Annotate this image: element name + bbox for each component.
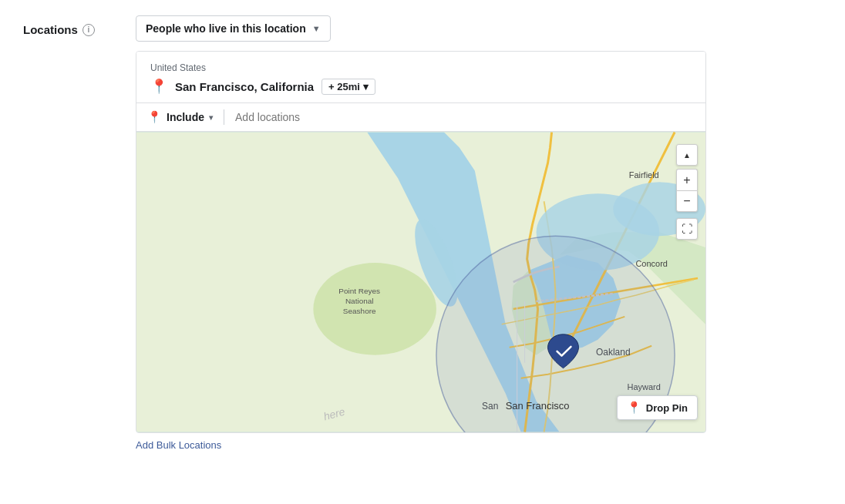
drop-pin-label: Drop Pin <box>646 402 688 414</box>
country-label: United States <box>150 62 692 73</box>
zoom-in-button[interactable]: + <box>676 169 698 190</box>
map-container: United States 📍 San Francisco, Californi… <box>136 51 706 433</box>
add-locations-input[interactable] <box>235 111 695 123</box>
drop-pin-button[interactable]: 📍 Drop Pin <box>617 395 698 420</box>
zoom-up-button[interactable]: ▲ <box>676 144 698 166</box>
radius-button[interactable]: + 25mi ▾ <box>322 79 375 95</box>
add-bulk-locations-link[interactable]: Add Bulk Locations <box>136 439 822 451</box>
locations-row: Locations i People who live in this loca… <box>23 15 822 42</box>
include-bar: 📍 Include ▾ <box>136 103 705 132</box>
drop-pin-icon: 📍 <box>627 401 641 415</box>
map-area[interactable]: Point Reyes National Seashore Concord Oa… <box>136 132 705 432</box>
radius-arrow-icon: ▾ <box>363 81 369 92</box>
zoom-out-button[interactable]: − <box>676 190 698 212</box>
location-info-panel: United States 📍 San Francisco, Californi… <box>136 52 705 103</box>
vertical-divider <box>224 109 224 125</box>
svg-text:National: National <box>345 297 374 305</box>
include-pin-icon: 📍 <box>147 110 162 124</box>
include-button[interactable]: 📍 Include ▾ <box>147 110 213 124</box>
location-pin-icon: 📍 <box>150 78 167 95</box>
svg-text:Fairfield: Fairfield <box>629 170 659 180</box>
svg-text:Point Reyes: Point Reyes <box>338 287 380 295</box>
dropdown-arrow-icon: ▼ <box>312 24 321 33</box>
svg-text:Concord: Concord <box>635 259 667 268</box>
info-icon[interactable]: i <box>82 24 95 36</box>
locations-label-group: Locations i <box>23 15 123 36</box>
svg-text:San Francisco: San Francisco <box>506 400 570 412</box>
zoom-control-group: + − <box>676 169 698 212</box>
location-type-label: People who live in this location <box>146 22 306 35</box>
map-svg: Point Reyes National Seashore Concord Oa… <box>136 132 705 432</box>
include-arrow-icon: ▾ <box>209 113 213 122</box>
include-label: Include <box>167 111 204 123</box>
locations-label: Locations <box>23 23 78 36</box>
city-row: 📍 San Francisco, California + 25mi ▾ <box>150 78 692 95</box>
location-type-dropdown[interactable]: People who live in this location ▼ <box>136 15 331 42</box>
radius-label: + 25mi <box>328 81 360 92</box>
fullscreen-button[interactable]: ⛶ <box>676 218 698 240</box>
svg-text:Seashore: Seashore <box>343 307 376 315</box>
map-controls: ▲ + − ⛶ <box>676 144 698 240</box>
city-name: San Francisco, California <box>175 80 314 93</box>
